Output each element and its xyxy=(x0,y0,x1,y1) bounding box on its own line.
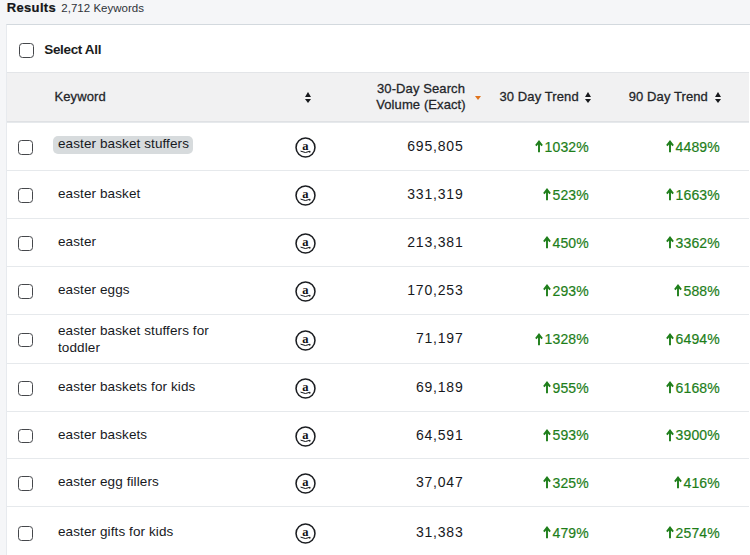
svg-text:a: a xyxy=(302,525,309,539)
svg-text:a: a xyxy=(302,283,309,297)
svg-text:a: a xyxy=(302,139,309,153)
svg-text:a: a xyxy=(302,475,309,489)
svg-text:a: a xyxy=(302,380,309,394)
svg-text:a: a xyxy=(302,235,309,249)
svg-text:a: a xyxy=(302,187,309,201)
svg-text:a: a xyxy=(302,332,309,346)
svg-text:a: a xyxy=(302,428,309,442)
